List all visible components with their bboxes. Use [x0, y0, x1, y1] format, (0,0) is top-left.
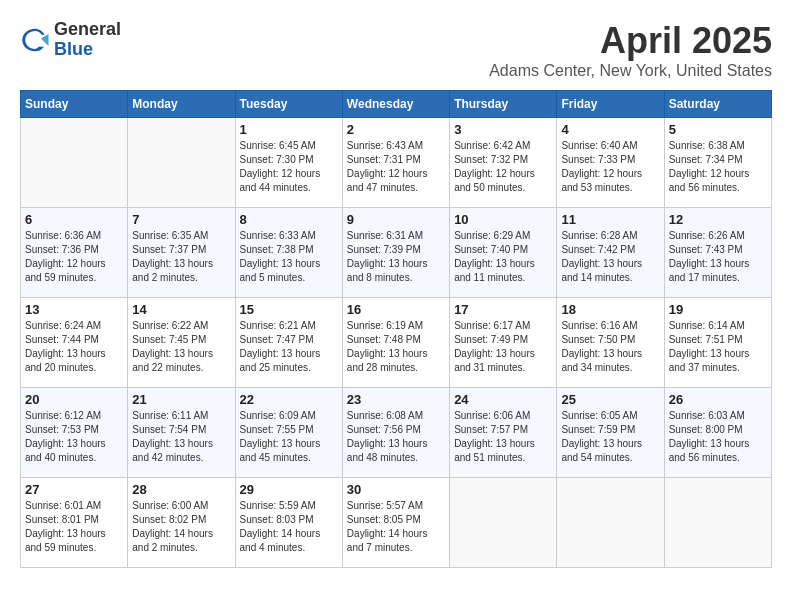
calendar-cell: 25Sunrise: 6:05 AM Sunset: 7:59 PM Dayli… — [557, 388, 664, 478]
calendar-cell: 22Sunrise: 6:09 AM Sunset: 7:55 PM Dayli… — [235, 388, 342, 478]
calendar-cell: 16Sunrise: 6:19 AM Sunset: 7:48 PM Dayli… — [342, 298, 449, 388]
day-info: Sunrise: 6:35 AM Sunset: 7:37 PM Dayligh… — [132, 229, 230, 285]
day-info: Sunrise: 6:01 AM Sunset: 8:01 PM Dayligh… — [25, 499, 123, 555]
logo-blue-text: Blue — [54, 40, 121, 60]
week-row-1: 1Sunrise: 6:45 AM Sunset: 7:30 PM Daylig… — [21, 118, 772, 208]
day-info: Sunrise: 6:43 AM Sunset: 7:31 PM Dayligh… — [347, 139, 445, 195]
calendar-cell: 14Sunrise: 6:22 AM Sunset: 7:45 PM Dayli… — [128, 298, 235, 388]
day-number: 16 — [347, 302, 445, 317]
calendar-cell: 19Sunrise: 6:14 AM Sunset: 7:51 PM Dayli… — [664, 298, 771, 388]
calendar-cell: 6Sunrise: 6:36 AM Sunset: 7:36 PM Daylig… — [21, 208, 128, 298]
calendar-cell: 30Sunrise: 5:57 AM Sunset: 8:05 PM Dayli… — [342, 478, 449, 568]
weekday-header-monday: Monday — [128, 91, 235, 118]
day-number: 4 — [561, 122, 659, 137]
weekday-header-tuesday: Tuesday — [235, 91, 342, 118]
title-area: April 2025 Adams Center, New York, Unite… — [489, 20, 772, 80]
calendar-cell: 9Sunrise: 6:31 AM Sunset: 7:39 PM Daylig… — [342, 208, 449, 298]
day-number: 9 — [347, 212, 445, 227]
calendar-cell: 20Sunrise: 6:12 AM Sunset: 7:53 PM Dayli… — [21, 388, 128, 478]
calendar-cell: 15Sunrise: 6:21 AM Sunset: 7:47 PM Dayli… — [235, 298, 342, 388]
day-number: 12 — [669, 212, 767, 227]
day-number: 28 — [132, 482, 230, 497]
day-info: Sunrise: 6:05 AM Sunset: 7:59 PM Dayligh… — [561, 409, 659, 465]
weekday-header-wednesday: Wednesday — [342, 91, 449, 118]
day-number: 17 — [454, 302, 552, 317]
logo: General Blue — [20, 20, 121, 60]
day-number: 26 — [669, 392, 767, 407]
calendar-cell: 26Sunrise: 6:03 AM Sunset: 8:00 PM Dayli… — [664, 388, 771, 478]
calendar-cell: 2Sunrise: 6:43 AM Sunset: 7:31 PM Daylig… — [342, 118, 449, 208]
day-number: 22 — [240, 392, 338, 407]
day-number: 24 — [454, 392, 552, 407]
calendar-cell — [21, 118, 128, 208]
calendar-cell: 8Sunrise: 6:33 AM Sunset: 7:38 PM Daylig… — [235, 208, 342, 298]
calendar-cell — [664, 478, 771, 568]
day-number: 20 — [25, 392, 123, 407]
calendar-cell — [128, 118, 235, 208]
day-info: Sunrise: 6:38 AM Sunset: 7:34 PM Dayligh… — [669, 139, 767, 195]
calendar-cell: 21Sunrise: 6:11 AM Sunset: 7:54 PM Dayli… — [128, 388, 235, 478]
day-info: Sunrise: 6:09 AM Sunset: 7:55 PM Dayligh… — [240, 409, 338, 465]
day-info: Sunrise: 6:12 AM Sunset: 7:53 PM Dayligh… — [25, 409, 123, 465]
day-number: 2 — [347, 122, 445, 137]
day-number: 14 — [132, 302, 230, 317]
calendar-cell: 24Sunrise: 6:06 AM Sunset: 7:57 PM Dayli… — [450, 388, 557, 478]
week-row-4: 20Sunrise: 6:12 AM Sunset: 7:53 PM Dayli… — [21, 388, 772, 478]
weekday-header-sunday: Sunday — [21, 91, 128, 118]
day-number: 25 — [561, 392, 659, 407]
logo-text: General Blue — [54, 20, 121, 60]
day-info: Sunrise: 6:11 AM Sunset: 7:54 PM Dayligh… — [132, 409, 230, 465]
weekday-header-saturday: Saturday — [664, 91, 771, 118]
day-number: 15 — [240, 302, 338, 317]
day-info: Sunrise: 6:14 AM Sunset: 7:51 PM Dayligh… — [669, 319, 767, 375]
day-info: Sunrise: 5:57 AM Sunset: 8:05 PM Dayligh… — [347, 499, 445, 555]
calendar-cell: 13Sunrise: 6:24 AM Sunset: 7:44 PM Dayli… — [21, 298, 128, 388]
day-info: Sunrise: 6:40 AM Sunset: 7:33 PM Dayligh… — [561, 139, 659, 195]
day-info: Sunrise: 6:22 AM Sunset: 7:45 PM Dayligh… — [132, 319, 230, 375]
day-info: Sunrise: 6:16 AM Sunset: 7:50 PM Dayligh… — [561, 319, 659, 375]
calendar-cell — [557, 478, 664, 568]
logo-general-text: General — [54, 20, 121, 40]
day-info: Sunrise: 6:08 AM Sunset: 7:56 PM Dayligh… — [347, 409, 445, 465]
calendar-cell: 10Sunrise: 6:29 AM Sunset: 7:40 PM Dayli… — [450, 208, 557, 298]
day-number: 23 — [347, 392, 445, 407]
location-title: Adams Center, New York, United States — [489, 62, 772, 80]
calendar-cell: 23Sunrise: 6:08 AM Sunset: 7:56 PM Dayli… — [342, 388, 449, 478]
day-info: Sunrise: 6:17 AM Sunset: 7:49 PM Dayligh… — [454, 319, 552, 375]
day-number: 18 — [561, 302, 659, 317]
page-header: General Blue April 2025 Adams Center, Ne… — [20, 20, 772, 80]
day-number: 21 — [132, 392, 230, 407]
calendar-cell: 4Sunrise: 6:40 AM Sunset: 7:33 PM Daylig… — [557, 118, 664, 208]
day-number: 8 — [240, 212, 338, 227]
calendar-cell: 29Sunrise: 5:59 AM Sunset: 8:03 PM Dayli… — [235, 478, 342, 568]
calendar-cell: 3Sunrise: 6:42 AM Sunset: 7:32 PM Daylig… — [450, 118, 557, 208]
calendar-cell: 1Sunrise: 6:45 AM Sunset: 7:30 PM Daylig… — [235, 118, 342, 208]
day-info: Sunrise: 6:00 AM Sunset: 8:02 PM Dayligh… — [132, 499, 230, 555]
day-number: 7 — [132, 212, 230, 227]
day-info: Sunrise: 6:31 AM Sunset: 7:39 PM Dayligh… — [347, 229, 445, 285]
calendar-cell: 7Sunrise: 6:35 AM Sunset: 7:37 PM Daylig… — [128, 208, 235, 298]
day-info: Sunrise: 6:33 AM Sunset: 7:38 PM Dayligh… — [240, 229, 338, 285]
calendar-cell — [450, 478, 557, 568]
calendar-cell: 18Sunrise: 6:16 AM Sunset: 7:50 PM Dayli… — [557, 298, 664, 388]
day-number: 30 — [347, 482, 445, 497]
week-row-5: 27Sunrise: 6:01 AM Sunset: 8:01 PM Dayli… — [21, 478, 772, 568]
day-info: Sunrise: 6:03 AM Sunset: 8:00 PM Dayligh… — [669, 409, 767, 465]
day-number: 11 — [561, 212, 659, 227]
day-info: Sunrise: 6:29 AM Sunset: 7:40 PM Dayligh… — [454, 229, 552, 285]
calendar-cell: 5Sunrise: 6:38 AM Sunset: 7:34 PM Daylig… — [664, 118, 771, 208]
week-row-2: 6Sunrise: 6:36 AM Sunset: 7:36 PM Daylig… — [21, 208, 772, 298]
day-info: Sunrise: 6:19 AM Sunset: 7:48 PM Dayligh… — [347, 319, 445, 375]
calendar-cell: 12Sunrise: 6:26 AM Sunset: 7:43 PM Dayli… — [664, 208, 771, 298]
day-number: 19 — [669, 302, 767, 317]
weekday-header-friday: Friday — [557, 91, 664, 118]
calendar-table: SundayMondayTuesdayWednesdayThursdayFrid… — [20, 90, 772, 568]
calendar-cell: 17Sunrise: 6:17 AM Sunset: 7:49 PM Dayli… — [450, 298, 557, 388]
day-info: Sunrise: 6:45 AM Sunset: 7:30 PM Dayligh… — [240, 139, 338, 195]
day-info: Sunrise: 6:42 AM Sunset: 7:32 PM Dayligh… — [454, 139, 552, 195]
day-number: 27 — [25, 482, 123, 497]
day-number: 5 — [669, 122, 767, 137]
day-info: Sunrise: 6:06 AM Sunset: 7:57 PM Dayligh… — [454, 409, 552, 465]
day-number: 13 — [25, 302, 123, 317]
day-number: 3 — [454, 122, 552, 137]
